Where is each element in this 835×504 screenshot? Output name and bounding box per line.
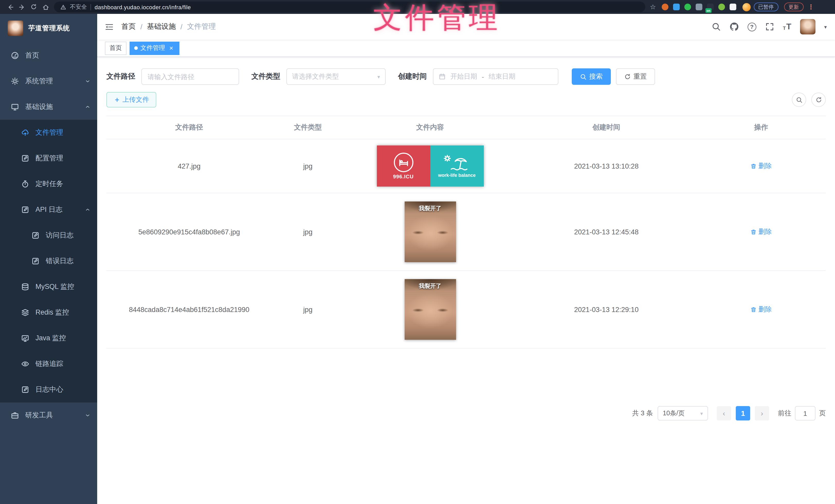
breadcrumb-home[interactable]: 首页 — [121, 22, 136, 31]
browser-profile-avatar[interactable] — [742, 3, 750, 11]
log-document-icon — [21, 385, 29, 394]
cell-create-time: 2021-03-13 12:29:10 — [516, 271, 696, 348]
date-range-picker[interactable]: 开始日期 - 结束日期 — [433, 68, 558, 85]
calendar-icon — [439, 73, 446, 80]
delete-button[interactable]: 删除 — [750, 162, 772, 171]
bookmark-star-icon[interactable]: ☆ — [650, 3, 656, 11]
extension-icon-4[interactable] — [695, 4, 702, 10]
browser-forward-icon[interactable] — [16, 1, 28, 13]
search-icon[interactable] — [711, 22, 720, 31]
sidebar-item-access-logs[interactable]: 访问日志 — [0, 223, 97, 248]
tag-close-icon[interactable]: × — [168, 44, 175, 52]
upload-file-button[interactable]: ＋ 上传文件 — [106, 92, 156, 107]
main-content: 文件路径 文件类型 请选择文件类型 ▾ 创建时间 开始日期 - 结束日期 搜索 … — [97, 57, 835, 504]
file-path-input[interactable] — [141, 68, 239, 85]
sidebar-item-infra[interactable]: 基础设施 — [0, 94, 97, 120]
screenshot-root: 不安全 dashboard.yudao.iocoder.cn/infra/fil… — [0, 0, 835, 504]
extension-icon-1[interactable] — [661, 4, 668, 10]
browser-back-icon[interactable] — [4, 1, 16, 13]
user-menu-caret-icon[interactable]: ▾ — [824, 24, 827, 29]
extension-icon-3[interactable] — [684, 4, 691, 10]
goto-page-input[interactable] — [795, 406, 815, 420]
banner-right-panel: work-life balance — [430, 145, 484, 187]
browser-refresh-icon[interactable] — [28, 1, 40, 13]
browser-home-icon[interactable] — [40, 1, 52, 13]
file-preview-baby-meme[interactable]: 我裂开了 — [404, 279, 456, 340]
extension-icon-2[interactable] — [673, 4, 679, 10]
log-document-icon — [32, 257, 40, 265]
search-button[interactable]: 搜索 — [572, 68, 611, 85]
sidebar-item-config[interactable]: 配置管理 — [0, 145, 97, 171]
fullscreen-icon[interactable] — [765, 22, 774, 31]
delete-button[interactable]: 删除 — [750, 305, 772, 314]
github-icon[interactable] — [729, 22, 739, 31]
user-avatar[interactable] — [800, 19, 815, 35]
cell-file-path: 5e8609290e915c4fa8b08e67.jpg — [106, 193, 272, 270]
column-header-type: 文件类型 — [272, 116, 344, 139]
address-bar[interactable]: 不安全 dashboard.yudao.iocoder.cn/infra/fil… — [54, 2, 645, 12]
app-window: 不安全 dashboard.yudao.iocoder.cn/infra/fil… — [0, 0, 835, 504]
sidebar-item-system[interactable]: 系统管理 — [0, 68, 97, 94]
sidebar-item-file-management[interactable]: 文件管理 — [0, 120, 97, 145]
table-row: 8448cada8c714e4ab61f521c8da21990 jpg 我裂开… — [106, 271, 826, 349]
extension-icon-5[interactable]: on — [707, 4, 713, 10]
sidebar-item-tracing[interactable]: 链路追踪 — [0, 351, 97, 377]
extension-icon-6[interactable] — [718, 4, 725, 10]
cell-actions: 删除 — [696, 193, 826, 270]
browser-update-button[interactable]: 更新 — [784, 3, 803, 11]
table-row: 427.jpg jpg 996.ICU — [106, 139, 826, 193]
sidebar-item-log-center[interactable]: 日志中心 — [0, 377, 97, 402]
collapse-sidebar-icon[interactable] — [97, 14, 121, 40]
sidebar-item-api-logs[interactable]: API 日志 — [0, 197, 97, 223]
prev-page-button[interactable]: ‹ — [717, 406, 731, 420]
chevron-up-icon — [85, 104, 90, 110]
font-size-icon[interactable]: TT — [783, 23, 791, 31]
tag-file-management[interactable]: 文件管理 × — [129, 41, 180, 55]
page-size-select[interactable]: 10条/页 ▾ — [658, 406, 708, 420]
file-preview-996icu-banner[interactable]: 996.ICU work-life balance — [376, 145, 484, 187]
table-toolbar: ＋ 上传文件 — [106, 92, 826, 107]
file-preview-baby-meme[interactable]: 我裂开了 — [404, 202, 456, 262]
meme-eye-decoration — [437, 309, 448, 312]
sidebar-item-redis-monitor[interactable]: Redis 监控 — [0, 300, 97, 326]
chevron-up-icon — [85, 207, 90, 213]
help-icon[interactable]: ? — [747, 22, 756, 31]
cell-file-path: 8448cada8c714e4ab61f521c8da21990 — [106, 271, 272, 348]
sidebar-item-dev-tools[interactable]: 研发工具 — [0, 402, 97, 428]
app-logo — [8, 21, 23, 36]
file-type-select[interactable]: 请选择文件类型 ▾ — [286, 68, 386, 85]
extension-puzzle-icon[interactable] — [729, 4, 736, 10]
sidebar: 芋道管理系统 首页 系统管理 基础设施 文件管理 — [0, 14, 97, 504]
tag-home[interactable]: 首页 — [105, 41, 126, 55]
pagination-total: 共 3 条 — [632, 408, 653, 418]
browser-menu-icon[interactable]: ⋮ — [808, 3, 814, 11]
breadcrumb: 首页 / 基础设施 / 文件管理 — [121, 22, 216, 31]
toolbar-right — [792, 92, 826, 107]
refresh-table-button[interactable] — [811, 92, 826, 107]
sidebar-menu: 首页 系统管理 基础设施 文件管理 配置管理 — [0, 43, 97, 428]
toolbox-icon — [11, 411, 19, 419]
browser-toolbar: 不安全 dashboard.yudao.iocoder.cn/infra/fil… — [0, 0, 835, 14]
app-title: 芋道管理系统 — [28, 24, 70, 33]
column-header-path: 文件路径 — [106, 116, 272, 139]
pagination: 共 3 条 10条/页 ▾ ‹ 1 › 前往 页 — [106, 406, 826, 431]
sidebar-item-java-monitor[interactable]: Java 监控 — [0, 326, 97, 351]
next-page-button[interactable]: › — [755, 406, 769, 420]
toggle-search-button[interactable] — [792, 92, 806, 107]
sidebar-item-scheduled-tasks[interactable]: 定时任务 — [0, 171, 97, 197]
breadcrumb-group[interactable]: 基础设施 — [147, 22, 176, 31]
sidebar-item-home[interactable]: 首页 — [0, 43, 97, 68]
bed-icon — [393, 153, 413, 172]
page-number-button[interactable]: 1 — [736, 406, 750, 420]
monitor-icon — [11, 103, 19, 111]
profile-paused-badge[interactable]: 已暂停 — [754, 3, 778, 11]
log-document-icon — [21, 206, 29, 214]
trash-icon — [750, 229, 757, 235]
delete-button[interactable]: 删除 — [750, 227, 772, 236]
refresh-icon — [624, 73, 631, 80]
top-navbar: 首页 / 基础设施 / 文件管理 ? TT ▾ — [97, 14, 835, 40]
sidebar-item-error-logs[interactable]: 错误日志 — [0, 248, 97, 274]
sidebar-item-mysql-monitor[interactable]: MySQL 监控 — [0, 274, 97, 300]
reset-button[interactable]: 重置 — [616, 68, 655, 85]
trash-icon — [750, 163, 757, 169]
